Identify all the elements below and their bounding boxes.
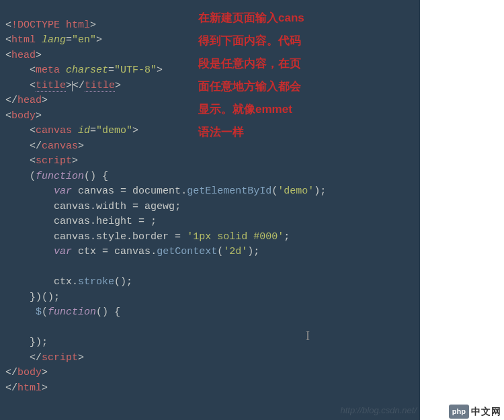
text-cursor xyxy=(72,81,73,91)
charset-value: "UTF-8" xyxy=(114,65,157,76)
annotation-line-4: 面任意地方输入都会 xyxy=(198,75,333,98)
annotation-line-5: 显示。就像emmet xyxy=(198,98,333,121)
annotation-line-2: 得到下面内容。代码 xyxy=(198,30,333,52)
canvas-var-4: canvas xyxy=(54,231,90,243)
id-attr: id xyxy=(78,125,90,136)
style-prop: style xyxy=(96,231,126,243)
title-close: title xyxy=(85,80,115,92)
html-close: html xyxy=(17,382,42,394)
agewg-var: agewg xyxy=(144,201,175,212)
script-open: script xyxy=(36,155,72,167)
border-value: '1px solid #000' xyxy=(187,231,284,243)
getcontext: getContext xyxy=(157,246,217,257)
annotation-line-6: 语法一样 xyxy=(198,121,333,144)
body-close: body xyxy=(17,367,42,378)
stroke-fn: stroke xyxy=(78,276,114,288)
i-beam-cursor-icon: I xyxy=(306,327,310,345)
canvas-var-3: canvas xyxy=(54,216,90,227)
ctx-var: ctx xyxy=(78,246,96,257)
head-open: head xyxy=(11,50,36,61)
ctx2d-string: '2d' xyxy=(223,246,247,257)
document-var: document xyxy=(132,185,181,197)
jquery-dollar: $ xyxy=(36,306,42,318)
canvas-open: canvas xyxy=(36,125,72,136)
meta-tag: meta xyxy=(36,65,60,76)
function-keyword-2: function xyxy=(48,306,96,318)
annotation-line-1: 在新建页面输入cans xyxy=(198,7,333,30)
right-whitespace xyxy=(420,0,504,420)
var-keyword-1: var xyxy=(54,185,72,197)
lang-value: "en" xyxy=(72,34,96,46)
logo-text: 中文网 xyxy=(471,405,501,419)
html-open-tag: html xyxy=(11,34,36,46)
canvas-var: canvas xyxy=(78,185,114,197)
var-keyword-2: var xyxy=(54,246,72,257)
charset-attr: charset xyxy=(66,65,108,76)
canvas-var-5: canvas xyxy=(114,246,151,257)
title-open: title xyxy=(36,80,66,92)
lang-attr: lang xyxy=(42,34,66,46)
width-prop: width xyxy=(96,201,126,212)
canvas-close: canvas xyxy=(42,140,78,152)
height-prop: height xyxy=(96,216,132,227)
canvas-var-2: canvas xyxy=(54,201,90,212)
script-close: script xyxy=(42,352,78,364)
watermark-text: http://blog.csdn.net/ xyxy=(341,404,417,417)
annotation-line-3: 段是任意内容，在页 xyxy=(198,52,333,75)
demo-string: 'demo' xyxy=(278,185,314,197)
head-close: head xyxy=(17,95,42,106)
id-value: "demo" xyxy=(96,125,132,136)
doctype: !DOCTYPE html xyxy=(11,19,90,31)
logo: php 中文网 xyxy=(449,405,501,419)
body-open: body xyxy=(11,110,36,122)
getelementbyid: getElementById xyxy=(187,185,271,197)
ctx-var-2: ctx xyxy=(54,276,72,288)
function-keyword: function xyxy=(36,171,84,182)
annotation-text: 在新建页面输入cans 得到下面内容。代码 段是任意内容，在页 面任意地方输入都… xyxy=(198,7,333,144)
border-prop: border xyxy=(132,231,169,243)
logo-badge: php xyxy=(449,405,469,419)
